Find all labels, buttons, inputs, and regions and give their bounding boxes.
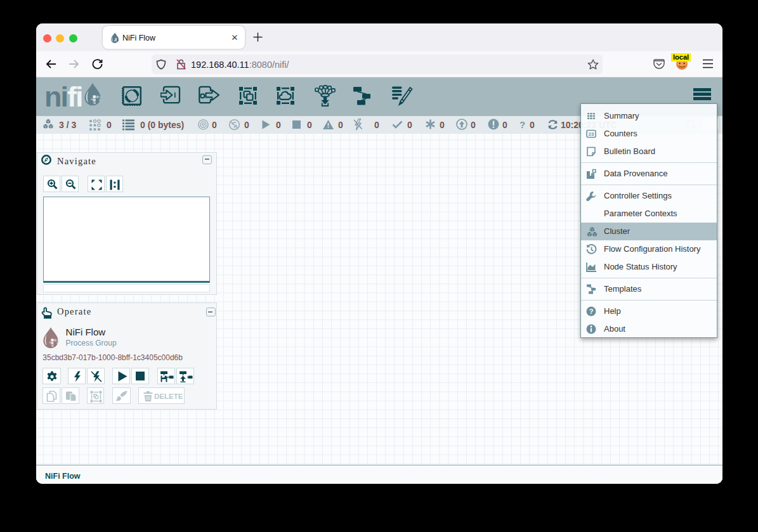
svg-text:?: ? (589, 308, 594, 315)
svg-text:23: 23 (589, 131, 594, 137)
